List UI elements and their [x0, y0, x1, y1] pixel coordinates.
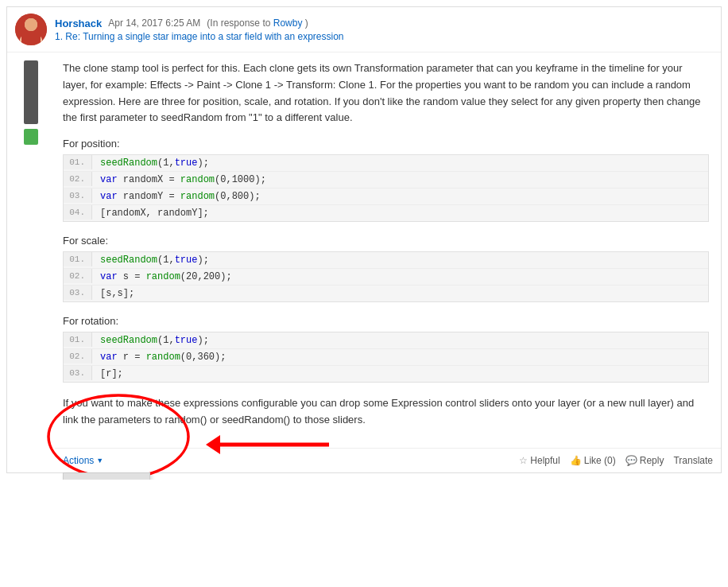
dropdown-placeholder	[64, 473, 149, 480]
code-content: var r = random(0,360);	[92, 349, 234, 365]
code-row: 01. seedRandom(1,true);	[64, 252, 708, 269]
body-text-2: If you want to make these expressions co…	[63, 395, 709, 429]
body-text-1: The clone stamp tool is perfect for this…	[63, 60, 709, 126]
thumbs-up-icon: 👍	[570, 455, 582, 466]
code-row: 03. [r];	[64, 366, 708, 382]
scale-label: For scale:	[63, 235, 709, 247]
reply-label: Reply	[640, 455, 664, 466]
rotation-label: For rotation:	[63, 315, 709, 327]
actions-label: Actions	[63, 455, 94, 466]
left-sidebar	[7, 52, 55, 153]
timestamp: Apr 14, 2017 6:25 AM	[108, 17, 200, 29]
line-num: 02.	[64, 269, 92, 283]
reply-button[interactable]: 💬 Reply	[625, 455, 664, 466]
post-container: Horshack Apr 14, 2017 6:25 AM (In respon…	[6, 6, 722, 473]
header-top: Horshack Apr 14, 2017 6:25 AM (In respon…	[55, 17, 344, 29]
line-num: 01.	[64, 252, 92, 266]
line-num: 04.	[64, 205, 92, 220]
code-row: 03. var randomY = random(0,800);	[64, 189, 708, 205]
code-content: [r];	[92, 366, 131, 382]
code-block-position: 01. seedRandom(1,true); 02. var randomX …	[63, 154, 709, 222]
line-num: 02.	[64, 172, 92, 186]
code-row: 02. var randomX = random(0,1000);	[64, 172, 708, 189]
sidebar-bar-green	[24, 129, 38, 145]
actions-button[interactable]: Actions ▼	[63, 455, 103, 466]
post-body: The clone stamp tool is perfect for this…	[55, 52, 721, 448]
code-row: 01. seedRandom(1,true);	[64, 155, 708, 172]
footer-right-actions: ☆ Helpful 👍 Like (0) 💬 Reply Translate	[519, 455, 713, 466]
line-num: 03.	[64, 366, 92, 380]
code-content: seedRandom(1,true);	[92, 155, 217, 171]
actions-arrow-icon: ▼	[96, 457, 103, 465]
header-info: Horshack Apr 14, 2017 6:25 AM (In respon…	[55, 17, 344, 42]
line-num: 03.	[64, 189, 92, 203]
in-response-label: (In response to Rowby )	[207, 17, 308, 29]
reply-icon: 💬	[625, 455, 637, 466]
position-label: For position:	[63, 138, 709, 150]
avatar	[15, 14, 47, 45]
line-num: 02.	[64, 349, 92, 363]
post-title: 1. Re: Turning a single star image into …	[55, 31, 344, 42]
actions-dropdown-menu	[63, 472, 150, 480]
code-row: 03. [s,s];	[64, 286, 708, 301]
translate-label: Translate	[673, 455, 713, 466]
code-block-rotation: 01. seedRandom(1,true); 02. var r = rand…	[63, 332, 709, 383]
actions-dropdown-wrapper: Actions ▼	[63, 455, 103, 466]
post-header: Horshack Apr 14, 2017 6:25 AM (In respon…	[7, 7, 721, 52]
line-num: 01.	[64, 155, 92, 169]
code-content: [randomX, randomY];	[92, 205, 217, 221]
code-block-scale: 01. seedRandom(1,true); 02. var s = rand…	[63, 251, 709, 302]
like-button[interactable]: 👍 Like (0)	[570, 455, 616, 466]
code-row: 02. var s = random(20,200);	[64, 269, 708, 286]
svg-rect-4	[21, 33, 41, 45]
code-row: 04. [randomX, randomY];	[64, 205, 708, 221]
line-num: 01.	[64, 332, 92, 347]
star-icon: ☆	[519, 455, 528, 466]
post-body-wrapper: The clone stamp tool is perfect for this…	[7, 52, 721, 448]
line-num: 03.	[64, 286, 92, 300]
translate-button[interactable]: Translate	[673, 455, 713, 466]
like-label: Like (0)	[584, 455, 616, 466]
code-content: [s,s];	[92, 286, 142, 301]
post-footer: Actions ▼ ☆ Helpful 👍 Like	[55, 448, 721, 472]
code-content: var randomY = random(0,800);	[92, 189, 269, 204]
sidebar-bar-dark	[24, 60, 38, 124]
code-content: seedRandom(1,true);	[92, 252, 217, 268]
code-content: var randomX = random(0,1000);	[92, 172, 274, 188]
code-row: 02. var r = random(0,360);	[64, 349, 708, 366]
helpful-label: Helpful	[530, 455, 560, 466]
code-content: seedRandom(1,true);	[92, 332, 217, 348]
username-link[interactable]: Horshack	[55, 17, 102, 29]
in-response-user-link[interactable]: Rowby	[273, 17, 303, 29]
helpful-button[interactable]: ☆ Helpful	[519, 455, 560, 466]
svg-point-3	[25, 18, 37, 31]
code-content: var s = random(20,200);	[92, 269, 240, 285]
code-row: 01. seedRandom(1,true);	[64, 332, 708, 349]
